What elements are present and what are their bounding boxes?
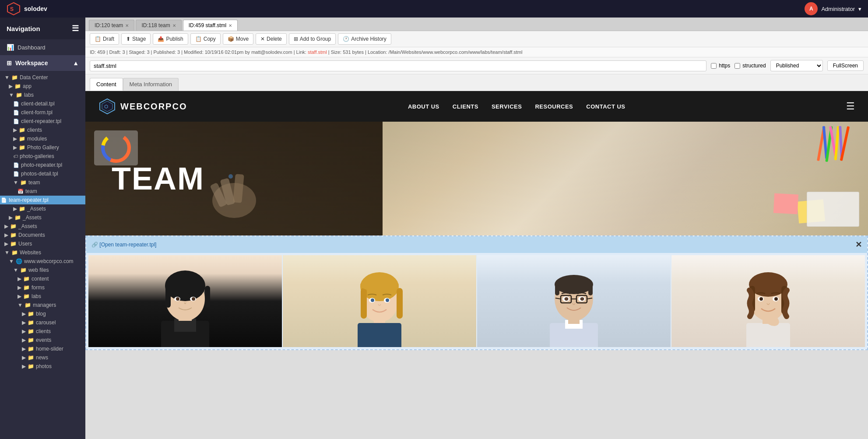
expand-icon: ▶ [9, 214, 13, 221]
tree-item-client-form[interactable]: 📄 client-form.tpl [0, 108, 85, 117]
archive-history-button[interactable]: 🕐 Archive History [338, 33, 391, 45]
folder-icon: 📁 [20, 267, 27, 273]
tab-close-120[interactable]: ✕ [125, 23, 129, 28]
history-icon: 🕐 [343, 36, 349, 42]
expand-icon: ▶ [4, 223, 8, 229]
workspace-icon: ⊞ [7, 60, 12, 67]
app-name: solodev [24, 5, 47, 12]
url-input[interactable] [90, 60, 706, 71]
svg-point-22 [176, 297, 179, 301]
tree-item-web-files[interactable]: ▼ 📁 web files [0, 266, 85, 274]
folder-icon: 📁 [28, 355, 34, 361]
sidebar: Navigation ☰ 📊 Dashboard ⊞ Workspace ▲ ▼… [0, 18, 85, 439]
pencils [820, 126, 846, 162]
tab-close-459[interactable]: ✕ [228, 23, 232, 28]
tree-item-labs[interactable]: ▼ 📁 labs [0, 91, 85, 99]
tree-item-assets1[interactable]: ▶ 📁 _Assets [0, 204, 85, 213]
move-button[interactable]: 📦 Move [223, 33, 253, 45]
nav-about[interactable]: ABOUT US [408, 103, 439, 110]
tree-item-team-repeater[interactable]: 📄 team-repeater.tpl [0, 196, 85, 204]
tree-item-team-file[interactable]: 📅 team [0, 187, 85, 196]
tree-item-home-slider[interactable]: ▶ 📁 home-slider [0, 344, 85, 353]
tree-label: labs [24, 92, 34, 98]
tree-item-clients2[interactable]: ▶ 📁 clients [0, 327, 85, 336]
tree-label: managers [33, 302, 56, 308]
expand-icon: ▼ [4, 249, 10, 256]
status-select[interactable]: Draft Stage Published Deleted [770, 60, 823, 71]
tree-item-photos2[interactable]: ▶ 📁 photos [0, 362, 85, 371]
tree-item-data-center[interactable]: ▼ 📁 Data Center [0, 73, 85, 82]
tree-item-blog[interactable]: ▶ 📁 blog [0, 309, 85, 318]
meta-link[interactable]: staff.stml [308, 49, 327, 55]
tree-item-documents[interactable]: ▶ 📁 Documents [0, 231, 85, 239]
tree-label: clients [36, 328, 51, 334]
website-nav-links: ABOUT US CLIENTS SERVICES RESOURCES CONT… [408, 103, 626, 110]
folder-icon: 📁 [19, 144, 25, 151]
tree-label: app [23, 83, 32, 89]
content-tab-meta[interactable]: Meta Information [123, 78, 179, 91]
tab-close-118[interactable]: ✕ [172, 23, 176, 28]
repeater-open-link[interactable]: [Open team-repeater.tpl] [99, 242, 156, 248]
tab-459[interactable]: ID:459 staff.stml ✕ [183, 20, 238, 31]
tree-label: news [36, 355, 48, 361]
hamburger-icon[interactable]: ☰ [72, 24, 79, 33]
tree-item-users[interactable]: ▶ 📁 Users [0, 239, 85, 248]
tree-item-assets2[interactable]: ▶ 📁 _Assets [0, 213, 85, 222]
tree-item-labs2[interactable]: ▶ 📁 labs [0, 292, 85, 301]
svg-text:⬡: ⬡ [104, 104, 108, 109]
file-icon: 📄 [13, 101, 19, 107]
https-checkbox[interactable] [711, 63, 717, 69]
website-nav: ⬡ WEBCORPCO ABOUT US CLIENTS SERVICES RE… [85, 91, 868, 122]
tree-item-client-detail[interactable]: 📄 client-detail.tpl [0, 99, 85, 108]
expand-icon: ▶ [9, 83, 13, 89]
tree-item-events[interactable]: ▶ 📁 events [0, 336, 85, 344]
tree-item-carousel[interactable]: ▶ 📁 carousel [0, 318, 85, 327]
user-menu[interactable]: A Administrator ▾ [805, 2, 861, 15]
add-to-group-button[interactable]: ⊞ Add to Group [289, 33, 336, 45]
folder-icon: 📁 [11, 249, 18, 256]
structured-checkbox[interactable] [734, 63, 740, 69]
tree-item-photo-gallery[interactable]: ▶ 📁 Photo Gallery [0, 143, 85, 152]
draft-button[interactable]: 📋 Draft [90, 33, 119, 45]
fullscreen-button[interactable]: FullScreen [827, 60, 864, 71]
tab-118[interactable]: ID:118 team ✕ [136, 20, 181, 31]
copy-button[interactable]: 📋 Copy [190, 33, 221, 45]
content-tab-content[interactable]: Content [90, 78, 123, 91]
nav-services[interactable]: SERVICES [492, 103, 522, 110]
tree-item-clients[interactable]: ▶ 📁 clients [0, 126, 85, 134]
website-hamburger-icon[interactable]: ☰ [846, 101, 855, 112]
svg-rect-41 [588, 284, 593, 295]
tree-item-app[interactable]: ▶ 📁 app [0, 82, 85, 91]
delete-button[interactable]: ✕ Delete [256, 33, 287, 45]
tree-item-team-folder[interactable]: ▼ 📁 team [0, 178, 85, 187]
tree-item-content[interactable]: ▶ 📁 content [0, 274, 85, 283]
tree-item-photo-galleries[interactable]: 🏷 photo-galleries [0, 152, 85, 161]
expand-icon: ▼ [9, 258, 14, 264]
folder-icon: 📁 [25, 302, 31, 308]
tree-item-photo-repeater[interactable]: 📄 photo-repeater.tpl [0, 161, 85, 169]
sidebar-workspace[interactable]: ⊞ Workspace ▲ [0, 55, 85, 71]
hero-title: TEAM [112, 161, 204, 197]
draft-icon: 📋 [95, 36, 101, 42]
stage-button[interactable]: ⬆ Stage [121, 33, 151, 45]
tree-item-modules[interactable]: ▶ 📁 modules [0, 134, 85, 143]
svg-rect-40 [555, 284, 559, 295]
publish-button[interactable]: 📤 Publish [153, 33, 188, 45]
expand-icon: ▼ [13, 267, 18, 273]
tree-item-photos-detail[interactable]: 📄 photos-detail.tpl [0, 169, 85, 178]
tree-label: web files [28, 267, 49, 273]
tab-120[interactable]: ID:120 team ✕ [89, 20, 134, 31]
tree-item-managers[interactable]: ▼ 📁 managers [0, 301, 85, 309]
nav-clients[interactable]: CLIENTS [453, 103, 478, 110]
nav-resources[interactable]: RESOURCES [535, 103, 573, 110]
nav-contact[interactable]: CONTACT US [586, 103, 625, 110]
sidebar-item-dashboard[interactable]: 📊 Dashboard [0, 39, 85, 55]
tree-item-client-repeater[interactable]: 📄 client-repeater.tpl [0, 117, 85, 126]
tree-item-news[interactable]: ▶ 📁 news [0, 353, 85, 362]
repeater-close-button[interactable]: ✕ [855, 240, 862, 249]
tree-item-assets3[interactable]: ▶ 📁 _Assets [0, 222, 85, 231]
tree-item-forms[interactable]: ▶ 📁 forms [0, 283, 85, 292]
tree-item-websites[interactable]: ▼ 📁 Websites [0, 248, 85, 257]
tree-item-www[interactable]: ▼ 🌐 www.webcorpco.com [0, 257, 85, 266]
dashboard-label: Dashboard [18, 44, 46, 51]
